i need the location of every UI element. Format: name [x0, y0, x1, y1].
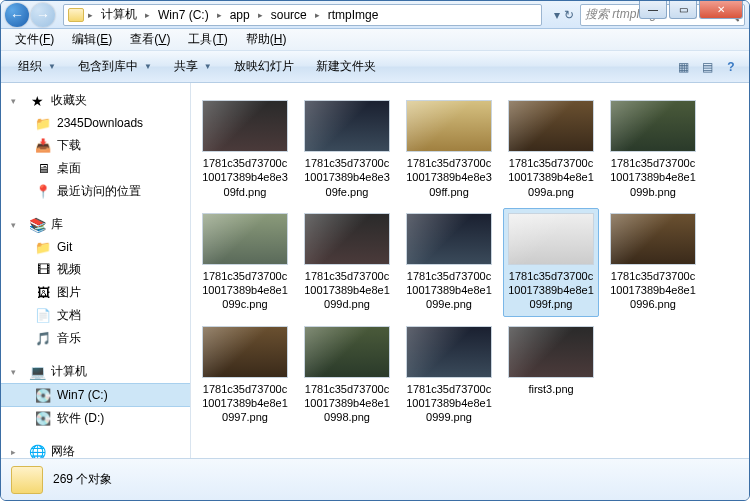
sidebar-item[interactable]: 🎞视频	[1, 258, 190, 281]
sidebar-item[interactable]: 📁2345Downloads	[1, 112, 190, 134]
group-label: 收藏夹	[51, 92, 87, 109]
menu-help[interactable]: 帮助(H)	[238, 29, 295, 50]
group-icon: 📚	[29, 217, 45, 233]
toolbar-slideshow[interactable]: 放映幻灯片	[225, 53, 303, 80]
file-item[interactable]: 1781c35d73700c10017389b4e8e309fd.png	[197, 95, 293, 204]
toolbar-include-library[interactable]: 包含到库中▼	[69, 53, 161, 80]
item-icon: 💽	[35, 411, 51, 427]
toolbar-organize[interactable]: 组织▼	[9, 53, 65, 80]
chevron-down-icon: ▼	[204, 62, 212, 71]
item-label: 下载	[57, 137, 81, 154]
thumbnail	[202, 326, 288, 378]
file-item[interactable]: 1781c35d73700c10017389b4e8e309fe.png	[299, 95, 395, 204]
nav-forward-button[interactable]: →	[31, 3, 55, 27]
group-icon: 🌐	[29, 444, 45, 459]
item-label: 文档	[57, 307, 81, 324]
item-icon: 📄	[35, 308, 51, 324]
file-name: 1781c35d73700c10017389b4e8e1099e.png	[406, 269, 492, 312]
file-name: 1781c35d73700c10017389b4e8e10997.png	[202, 382, 288, 425]
navigation-pane[interactable]: ▾★收藏夹📁2345Downloads📥下载🖥桌面📍最近访问的位置▾📚库📁Git…	[1, 83, 191, 458]
file-item[interactable]: 1781c35d73700c10017389b4e8e1099a.png	[503, 95, 599, 204]
breadcrumb-sep-icon: ▸	[313, 10, 322, 20]
toolbar-newfolder[interactable]: 新建文件夹	[307, 53, 385, 80]
file-item[interactable]: 1781c35d73700c10017389b4e8e1099b.png	[605, 95, 701, 204]
preview-pane-icon[interactable]: ▤	[697, 57, 717, 77]
item-icon: 📁	[35, 115, 51, 131]
file-item[interactable]: 1781c35d73700c10017389b4e8e1099d.png	[299, 208, 395, 317]
item-icon: 🖼	[35, 285, 51, 301]
file-name: 1781c35d73700c10017389b4e8e1099b.png	[610, 156, 696, 199]
sidebar-item[interactable]: 🖼图片	[1, 281, 190, 304]
expand-icon: ▾	[11, 96, 21, 106]
breadcrumb-item[interactable]: source	[267, 5, 311, 25]
sidebar-item[interactable]: 🖥桌面	[1, 157, 190, 180]
file-name: 1781c35d73700c10017389b4e8e309ff.png	[406, 156, 492, 199]
item-label: 软件 (D:)	[57, 410, 104, 427]
breadcrumb-item[interactable]: rtmpImge	[324, 5, 383, 25]
file-item[interactable]: first3.png	[503, 321, 599, 430]
item-label: Git	[57, 240, 72, 254]
window-controls: — ▭ ✕	[639, 1, 743, 19]
viewmode-icon[interactable]: ▦	[673, 57, 693, 77]
breadcrumb-item[interactable]: app	[226, 5, 254, 25]
file-item[interactable]: 1781c35d73700c10017389b4e8e309ff.png	[401, 95, 497, 204]
menu-tools[interactable]: 工具(T)	[180, 29, 235, 50]
file-item[interactable]: 1781c35d73700c10017389b4e8e10998.png	[299, 321, 395, 430]
sidebar-item[interactable]: 💽软件 (D:)	[1, 407, 190, 430]
toolbar-share[interactable]: 共享▼	[165, 53, 221, 80]
sidebar-item[interactable]: 📄文档	[1, 304, 190, 327]
sidebar-item[interactable]: 📍最近访问的位置	[1, 180, 190, 203]
item-label: Win7 (C:)	[57, 388, 108, 402]
explorer-window: — ▭ ✕ ← → ▸ 计算机 ▸ Win7 (C:) ▸ app ▸ sour…	[0, 0, 750, 501]
address-refresh[interactable]: ▾ ↻	[548, 8, 580, 22]
nav-back-button[interactable]: ←	[5, 3, 29, 27]
sidebar-item[interactable]: 📁Git	[1, 236, 190, 258]
breadcrumb-item[interactable]: 计算机	[97, 5, 141, 25]
thumbnail	[406, 100, 492, 152]
file-item[interactable]: 1781c35d73700c10017389b4e8e10997.png	[197, 321, 293, 430]
menu-file[interactable]: 文件(F)	[7, 29, 62, 50]
group-label: 网络	[51, 443, 75, 458]
thumbnail	[406, 326, 492, 378]
file-name: 1781c35d73700c10017389b4e8e309fe.png	[304, 156, 390, 199]
help-icon[interactable]: ?	[721, 57, 741, 77]
menu-edit[interactable]: 编辑(E)	[64, 29, 120, 50]
sidebar-group-head[interactable]: ▾★收藏夹	[1, 89, 190, 112]
sidebar-group-head[interactable]: ▾📚库	[1, 213, 190, 236]
maximize-button[interactable]: ▭	[669, 1, 697, 19]
minimize-button[interactable]: —	[639, 1, 667, 19]
item-label: 图片	[57, 284, 81, 301]
sidebar-group-head[interactable]: ▾💻计算机	[1, 360, 190, 383]
thumbnail	[304, 213, 390, 265]
thumbnail	[508, 326, 594, 378]
file-list[interactable]: 1781c35d73700c10017389b4e8e309fd.png1781…	[191, 83, 749, 458]
file-name: 1781c35d73700c10017389b4e8e10996.png	[610, 269, 696, 312]
folder-icon	[68, 8, 84, 22]
breadcrumb-item[interactable]: Win7 (C:)	[154, 5, 213, 25]
sidebar-item[interactable]: 🎵音乐	[1, 327, 190, 350]
refresh-icon[interactable]: ↻	[564, 8, 574, 22]
item-icon: 💽	[35, 387, 51, 403]
file-name: 1781c35d73700c10017389b4e8e1099a.png	[508, 156, 594, 199]
status-count: 269 个对象	[53, 471, 112, 488]
menu-view[interactable]: 查看(V)	[122, 29, 178, 50]
close-button[interactable]: ✕	[699, 1, 743, 19]
file-name: 1781c35d73700c10017389b4e8e10998.png	[304, 382, 390, 425]
sidebar-group-head[interactable]: ▸🌐网络	[1, 440, 190, 458]
sidebar-item[interactable]: 💽Win7 (C:)	[1, 383, 190, 407]
dropdown-icon[interactable]: ▾	[554, 8, 560, 22]
expand-icon: ▾	[11, 367, 21, 377]
file-item[interactable]: 1781c35d73700c10017389b4e8e1099e.png	[401, 208, 497, 317]
item-label: 音乐	[57, 330, 81, 347]
chevron-down-icon: ▼	[144, 62, 152, 71]
file-item[interactable]: 1781c35d73700c10017389b4e8e1099c.png	[197, 208, 293, 317]
file-name: 1781c35d73700c10017389b4e8e309fd.png	[202, 156, 288, 199]
file-item[interactable]: 1781c35d73700c10017389b4e8e1099f.png	[503, 208, 599, 317]
expand-icon: ▾	[11, 220, 21, 230]
file-item[interactable]: 1781c35d73700c10017389b4e8e10996.png	[605, 208, 701, 317]
file-item[interactable]: 1781c35d73700c10017389b4e8e10999.png	[401, 321, 497, 430]
address-bar[interactable]: ▸ 计算机 ▸ Win7 (C:) ▸ app ▸ source ▸ rtmpI…	[63, 4, 542, 26]
group-label: 计算机	[51, 363, 87, 380]
file-name: 1781c35d73700c10017389b4e8e1099d.png	[304, 269, 390, 312]
sidebar-item[interactable]: 📥下载	[1, 134, 190, 157]
